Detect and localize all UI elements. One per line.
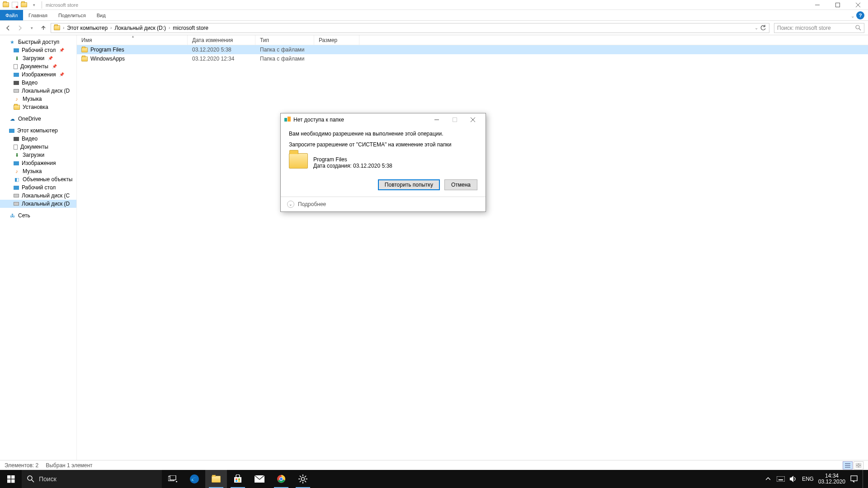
tree-pc-pictures[interactable]: Изображения <box>0 159 76 167</box>
nav-back-button[interactable] <box>4 23 13 33</box>
tree-network[interactable]: 🖧Сеть <box>0 211 76 220</box>
tree-pc-videos[interactable]: Видео <box>0 135 76 143</box>
start-button[interactable] <box>0 470 22 488</box>
taskbar-edge[interactable] <box>184 470 205 488</box>
qat-properties-icon[interactable] <box>12 2 18 8</box>
tree-pc-drive-c[interactable]: Локальный диск (C <box>0 192 76 200</box>
tab-view[interactable]: Вид <box>91 10 111 20</box>
tree-label: Сеть <box>18 212 30 219</box>
file-row[interactable]: Program Files 03.12.2020 5:38 Папка с фа… <box>77 45 868 54</box>
taskbar-explorer[interactable] <box>205 470 227 488</box>
dialog-more-toggle[interactable]: ⌄ Подробнее <box>281 197 486 211</box>
nav-forward-button[interactable] <box>15 23 24 33</box>
tree-label: Установка <box>23 104 48 110</box>
tree-install[interactable]: Установка <box>0 103 76 111</box>
close-button[interactable] <box>848 0 868 10</box>
refresh-icon[interactable] <box>760 25 766 31</box>
cancel-button[interactable]: Отмена <box>444 179 477 190</box>
retry-button[interactable]: Повторить попытку <box>378 179 440 190</box>
crumb-folder[interactable]: microsoft store <box>171 25 210 31</box>
drive-icon <box>14 194 19 197</box>
nav-recent-dropdown[interactable]: ▾ <box>27 23 36 33</box>
tree-music[interactable]: ♪Музыка <box>0 95 76 103</box>
tree-label: Объемные объекты <box>23 176 72 183</box>
view-icons-button[interactable] <box>854 461 863 469</box>
address-bar[interactable]: › Этот компьютер › Локальный диск (D:) ›… <box>51 23 769 33</box>
dialog-minimize-button[interactable] <box>428 114 446 125</box>
tray-volume-icon[interactable] <box>789 476 797 482</box>
chevron-right-icon[interactable]: › <box>109 25 113 30</box>
svg-rect-9 <box>856 463 858 465</box>
taskbar-chrome[interactable] <box>270 470 292 488</box>
show-desktop-button[interactable] <box>863 470 865 488</box>
chevron-right-icon[interactable]: › <box>168 25 171 30</box>
tab-file[interactable]: Файл <box>0 10 23 20</box>
dialog-title: Нет доступа к папке <box>293 117 344 123</box>
tree-quick-access[interactable]: ★Быстрый доступ <box>0 38 76 46</box>
dialog-close-button[interactable] <box>464 114 482 125</box>
address-dropdown-icon[interactable]: ⌄ <box>755 25 758 30</box>
col-date[interactable]: Дата изменения <box>188 35 255 45</box>
tree-pictures[interactable]: Изображения📌 <box>0 70 76 79</box>
col-name[interactable]: Имя▴ <box>77 35 188 45</box>
tree-desktop[interactable]: Рабочий стол📌 <box>0 46 76 54</box>
tree-pc-drive-d[interactable]: Локальный диск (D <box>0 200 76 208</box>
file-date: 03.12.2020 12:34 <box>188 56 255 62</box>
tree-videos[interactable]: Видео <box>0 79 76 87</box>
tree-documents[interactable]: Документы📌 <box>0 62 76 70</box>
desktop-icon <box>14 48 19 52</box>
crumb-thispc[interactable]: Этот компьютер <box>65 25 109 31</box>
svg-rect-1 <box>835 3 840 7</box>
tree-downloads[interactable]: ⬇Загрузки📌 <box>0 54 76 62</box>
star-icon: ★ <box>9 39 15 45</box>
col-size[interactable]: Размер <box>314 35 359 45</box>
tray-clock[interactable]: 14:34 03.12.2020 <box>818 473 845 485</box>
ribbon-expand-icon[interactable]: ⌄ <box>851 14 854 19</box>
tree-onedrive[interactable]: ☁OneDrive <box>0 115 76 123</box>
view-details-button[interactable] <box>843 461 853 469</box>
task-view-button[interactable] <box>162 470 184 488</box>
col-type[interactable]: Тип <box>255 35 314 45</box>
nav-up-button[interactable] <box>39 23 48 33</box>
svg-point-28 <box>190 474 199 483</box>
cube-icon: ◧ <box>14 176 20 183</box>
crumb-drive[interactable]: Локальный диск (D:) <box>113 25 168 31</box>
taskbar-store[interactable] <box>227 470 249 488</box>
file-name: Program Files <box>90 47 124 53</box>
svg-rect-30 <box>236 479 237 480</box>
address-root-icon[interactable] <box>52 25 62 30</box>
pin-icon: 📌 <box>52 64 57 69</box>
tree-pc-3d[interactable]: ◧Объемные объекты <box>0 175 76 183</box>
tree-drive-d-quick[interactable]: Локальный диск (D <box>0 87 76 95</box>
minimize-button[interactable] <box>807 0 827 10</box>
music-icon: ♪ <box>14 96 20 102</box>
tree-pc-desktop[interactable]: Рабочий стол <box>0 183 76 192</box>
maximize-button[interactable] <box>827 0 848 10</box>
tree-this-pc[interactable]: Этот компьютер <box>0 127 76 135</box>
tree-pc-documents[interactable]: Документы <box>0 143 76 151</box>
tree-pc-downloads[interactable]: ⬇Загрузки <box>0 151 76 159</box>
tree-pc-music[interactable]: ♪Музыка <box>0 167 76 175</box>
search-input[interactable]: Поиск: microsoft store <box>774 23 864 33</box>
taskbar-mail[interactable] <box>249 470 270 488</box>
tray-language[interactable]: ENG <box>802 476 814 482</box>
network-icon: 🖧 <box>9 212 15 219</box>
taskbar-settings[interactable] <box>292 470 314 488</box>
tree-label: Изображения <box>22 71 56 78</box>
svg-rect-12 <box>859 466 861 468</box>
dialog-titlebar[interactable]: Нет доступа к папке <box>281 113 486 126</box>
dialog-maximize-button <box>446 114 464 125</box>
tree-label: Загрузки <box>23 55 44 61</box>
chevron-right-icon[interactable]: › <box>62 25 65 30</box>
file-row[interactable]: WindowsApps 03.12.2020 12:34 Папка с фай… <box>77 54 868 63</box>
tab-share[interactable]: Поделиться <box>53 10 91 20</box>
tray-notifications-icon[interactable] <box>850 475 858 483</box>
tab-home[interactable]: Главная <box>23 10 53 20</box>
tray-overflow-icon[interactable] <box>764 477 772 481</box>
taskbar-search[interactable]: Поиск <box>22 470 162 488</box>
qat-dropdown-icon[interactable]: ▾ <box>30 1 38 9</box>
qat-newfolder-icon[interactable] <box>20 1 28 9</box>
tray-keyboard-icon[interactable] <box>777 476 785 482</box>
help-icon[interactable]: ? <box>856 11 864 19</box>
access-denied-dialog: Нет доступа к папке Вам необходимо разре… <box>280 113 486 212</box>
